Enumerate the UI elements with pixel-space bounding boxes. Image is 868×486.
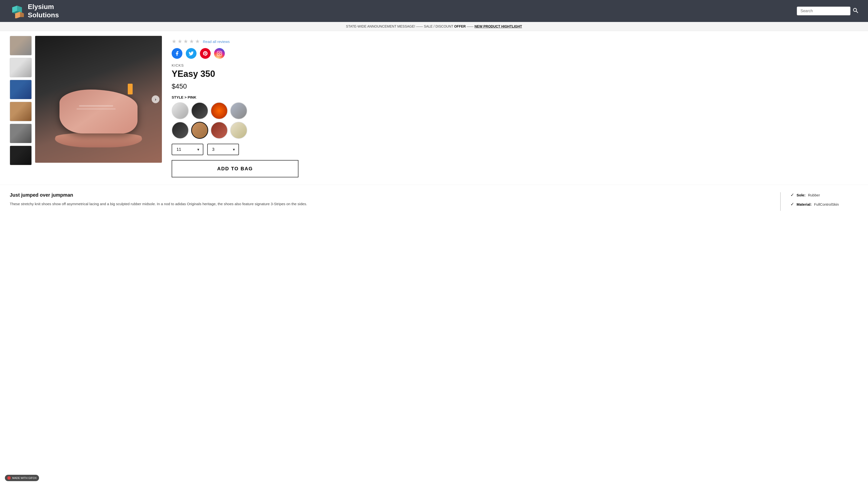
thumbnail-1[interactable] (10, 36, 32, 55)
spec-sole: ✓ Sole: Rubber (790, 192, 858, 198)
product-info: ★ ★ ★ ★ ★ Read all reviews KICKS (172, 36, 356, 177)
read-reviews-link[interactable]: Read all reviews (203, 39, 230, 44)
header: Elysium Solutions (0, 0, 868, 22)
svg-line-6 (856, 11, 858, 13)
bottom-section: Just jumped over jumpman These stretchy … (0, 185, 868, 218)
selectors-row: 7 8 9 10 11 12 13 ▼ 1 2 3 4 5 ▼ (172, 144, 356, 155)
specs-section: ✓ Sole: Rubber ✓ Material: FullControlSk… (780, 192, 858, 211)
size-selector-wrap: 7 8 9 10 11 12 13 ▼ (172, 144, 203, 155)
spec-material: ✓ Material: FullControlSkin (790, 202, 858, 207)
thumbnail-4[interactable] (10, 102, 32, 121)
search-area (797, 7, 858, 16)
style-option-2[interactable] (191, 102, 208, 119)
style-options (172, 102, 356, 139)
facebook-icon[interactable] (172, 48, 182, 59)
style-option-5[interactable] (172, 122, 189, 139)
description-section: Just jumped over jumpman These stretchy … (10, 192, 766, 211)
social-row (172, 48, 356, 59)
checkmark-material: ✓ (790, 202, 794, 207)
checkmark-sole: ✓ (790, 192, 794, 198)
product-container: › ★ ★ ★ ★ ★ Read all reviews (0, 31, 366, 182)
thumbnail-5[interactable] (10, 124, 32, 143)
announcement-offer: OFFER (454, 24, 466, 28)
thumbnail-2[interactable] (10, 58, 32, 77)
product-category: KICKS (172, 63, 356, 67)
main-product-image: › (35, 36, 162, 163)
star-2: ★ (178, 38, 182, 45)
spec-label-material: Material: (797, 202, 812, 206)
star-rating: ★ ★ ★ ★ ★ (172, 38, 200, 45)
svg-rect-7 (217, 51, 222, 56)
style-option-1[interactable] (172, 102, 189, 119)
style-option-3[interactable] (211, 102, 228, 119)
star-4: ★ (189, 38, 194, 45)
quantity-selector[interactable]: 1 2 3 4 5 (207, 144, 239, 155)
instagram-icon[interactable] (214, 48, 225, 59)
thumbnail-3[interactable] (10, 80, 32, 99)
pinterest-icon[interactable] (200, 48, 211, 59)
twitter-icon[interactable] (186, 48, 196, 59)
style-option-4[interactable] (230, 102, 247, 119)
star-5: ★ (195, 38, 200, 45)
style-option-7[interactable] (211, 122, 228, 139)
style-option-6[interactable] (191, 122, 208, 139)
search-button[interactable] (852, 7, 858, 15)
thumbnails (10, 36, 32, 177)
product-name: YEasy 350 (172, 69, 356, 79)
logo-text: Elysium Solutions (28, 3, 59, 19)
size-selector[interactable]: 7 8 9 10 11 12 13 (172, 144, 203, 155)
spec-value-material: FullControlSkin (814, 202, 839, 206)
image-section: › (10, 36, 162, 177)
logo-area: Elysium Solutions (10, 3, 59, 19)
logo-icon (10, 4, 24, 18)
star-3: ★ (183, 38, 188, 45)
star-1: ★ (172, 38, 177, 45)
style-label: STYLE > PINK (172, 95, 356, 99)
reviews-row: ★ ★ ★ ★ ★ Read all reviews (172, 38, 356, 45)
announcement-bar: STATE-WIDE ANNOUNCEMENT MESSAGE! —— SALE… (0, 22, 868, 31)
spec-label-sole: Sole: (797, 193, 806, 197)
description-text: These stretchy knit shoes show off asymm… (10, 201, 766, 207)
announcement-text-after: —— (467, 24, 473, 28)
announcement-link[interactable]: NEW PRODUCT HIGHTLIGHT (474, 24, 522, 28)
announcement-text-before: STATE-WIDE ANNOUNCEMENT MESSAGE! —— SALE… (346, 24, 454, 28)
style-option-8[interactable] (230, 122, 247, 139)
description-title: Just jumped over jumpman (10, 192, 766, 198)
thumbnail-6[interactable] (10, 146, 32, 165)
spec-value-sole: Rubber (808, 193, 820, 197)
search-input[interactable] (797, 7, 850, 16)
quantity-selector-wrap: 1 2 3 4 5 ▼ (207, 144, 239, 155)
product-price: $450 (172, 83, 356, 90)
add-to-bag-button[interactable]: ADD TO BAG (172, 160, 299, 177)
carousel-next-button[interactable]: › (152, 95, 159, 103)
